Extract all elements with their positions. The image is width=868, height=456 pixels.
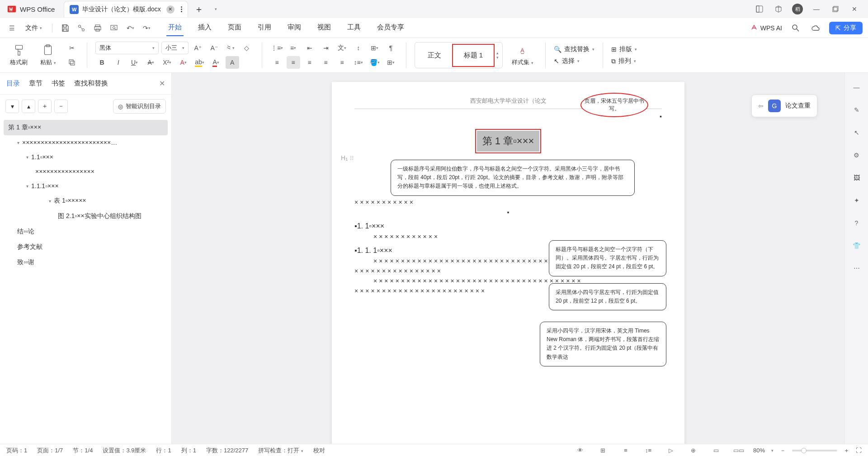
style-heading1[interactable]: 标题 1 [452, 44, 495, 67]
settings-icon[interactable]: ⚙ [849, 147, 865, 163]
tab-tools[interactable]: 工具 [345, 19, 363, 36]
char-shading-icon[interactable]: A [226, 56, 239, 69]
layout-button[interactable]: ⊞ 排版 ▾ [611, 45, 637, 53]
tools-icon[interactable]: ✦ [849, 192, 865, 209]
cut-icon[interactable]: ✂ [65, 42, 79, 54]
redo-icon[interactable]: ↷ ▾ [140, 22, 153, 34]
status-section[interactable]: 节：1/4 [73, 446, 93, 455]
increase-size-icon[interactable]: A⁺ [191, 42, 205, 54]
toc-item[interactable]: 第 1 章▫××× [4, 120, 168, 135]
decrease-indent-icon[interactable]: ⇤ [303, 42, 316, 54]
globe-icon[interactable]: ⊕ [685, 442, 702, 456]
chevron-down-icon[interactable]: ▾ [26, 155, 28, 160]
skin-icon[interactable]: 稻 [792, 4, 803, 14]
tab-dropdown-icon[interactable]: ▾ [209, 2, 223, 16]
status-chars[interactable]: 字数：122/2277 [206, 446, 248, 455]
align-right-icon[interactable]: ≡ [303, 56, 316, 69]
decrease-size-icon[interactable]: A⁻ [208, 42, 221, 54]
eye-icon[interactable]: 👁 [572, 442, 589, 456]
italic-icon[interactable]: I [112, 56, 125, 69]
tab-home[interactable]: 开始 [166, 19, 184, 36]
tab-insert[interactable]: 插入 [196, 19, 213, 36]
format-painter-button[interactable]: 格式刷 [6, 42, 31, 68]
more-icon[interactable]: ⋯ [849, 260, 865, 276]
font-size-select[interactable]: 小三▾ [161, 42, 189, 54]
copy-icon[interactable] [65, 56, 79, 69]
clear-format-icon[interactable]: ◇ [240, 42, 254, 54]
ruler-icon[interactable]: ⊞ [595, 442, 611, 456]
align-justify-icon[interactable]: ≡ [319, 56, 333, 69]
select-button[interactable]: ↖ 选择 ▾ [554, 57, 594, 65]
bold-icon[interactable]: B [95, 56, 109, 69]
toc-item[interactable]: ▾××××××××××××××××××××××××… [4, 135, 168, 150]
toc-item[interactable]: 参考文献 [4, 239, 168, 255]
style-gallery[interactable]: 正文 标题 1 ▴▾ [415, 42, 503, 68]
file-menu[interactable]: 文件 ▾ [22, 22, 46, 34]
border-icon[interactable]: ⊞▾ [384, 56, 398, 69]
multi-page-icon[interactable]: ▭▭ [731, 442, 747, 456]
distribute-icon[interactable]: ≡ [335, 56, 349, 69]
bullet-list-icon[interactable]: ⋮≡▾ [270, 42, 284, 54]
font-color-icon[interactable]: A▾ [209, 56, 223, 69]
shading-icon[interactable]: 🪣▾ [368, 56, 382, 69]
body-text[interactable]: ××××××××××× [354, 199, 662, 206]
remove-item-icon[interactable]: － [54, 100, 68, 113]
arrange-button[interactable]: ⧉ 排列 ▾ [611, 57, 637, 65]
sidebar-tab-section[interactable]: 章节 [29, 77, 42, 90]
body-text[interactable]: ×××××××××××× [354, 233, 662, 240]
tab-page[interactable]: 页面 [226, 19, 243, 36]
paste-button[interactable]: 粘贴 ▾ [37, 42, 60, 68]
status-page-total[interactable]: 页面：1/7 [37, 446, 63, 455]
strikethrough-icon[interactable]: A▾ [144, 56, 158, 69]
new-tab-button[interactable]: ＋ [192, 2, 206, 16]
line-spacing-status-icon[interactable]: ↕≡ [640, 442, 656, 456]
zoom-slider[interactable] [792, 450, 837, 451]
snap-icon[interactable] [754, 4, 765, 14]
share-link-icon[interactable] [75, 22, 88, 34]
document-tab[interactable]: W 毕业设计（论文）模版.docx ✕ [64, 1, 188, 17]
toc-item[interactable]: 结▫▫论 [4, 224, 168, 239]
smart-toc-button[interactable]: ◎ 智能识别目录 [113, 99, 166, 114]
tab-review[interactable]: 审阅 [286, 19, 303, 36]
sidebar-tab-findreplace[interactable]: 查找和替换 [74, 77, 108, 90]
hamburger-icon[interactable]: ☰ [5, 22, 18, 34]
plagiarism-check-panel[interactable]: ⇦ G 论文查重 [751, 95, 817, 117]
text-effect-icon[interactable]: A▾ [177, 56, 190, 69]
close-icon[interactable]: ✕ [849, 4, 860, 14]
cube-icon[interactable] [773, 4, 784, 14]
page-view-icon[interactable]: ▭ [708, 442, 724, 456]
view-print-icon[interactable]: ≡ [618, 442, 634, 456]
toc-item[interactable]: 致▫▫谢 [4, 255, 168, 270]
zoom-out-icon[interactable]: － [780, 446, 786, 455]
chevron-down-icon[interactable]: ▾ [26, 184, 28, 189]
wps-ai-button[interactable]: WPS AI [750, 24, 782, 32]
sort-icon[interactable]: ↕ [352, 42, 365, 54]
play-icon[interactable]: ▷ [663, 442, 679, 456]
edit-icon[interactable]: ✎ [849, 102, 865, 118]
chevron-down-icon[interactable]: ▾ [49, 199, 51, 204]
underline-icon[interactable]: U▾ [128, 56, 142, 69]
status-page-no[interactable]: 页码：1 [6, 446, 27, 455]
help-icon[interactable]: ? [849, 215, 865, 231]
expand-down-icon[interactable]: ▾ [5, 100, 19, 113]
back-icon[interactable]: ⇦ [758, 102, 764, 109]
collapse-up-icon[interactable]: ▴ [22, 100, 35, 113]
toc-item[interactable]: 图 2.1▫××实验中心组织结构图 [4, 209, 168, 224]
superscript-icon[interactable]: X²▾ [160, 56, 174, 69]
outline-icon[interactable]: ⊞▾ [368, 42, 382, 54]
sidebar-close-icon[interactable]: ✕ [159, 79, 165, 88]
zoom-in-icon[interactable]: ＋ [844, 446, 849, 455]
minimize-icon[interactable]: — [811, 4, 822, 14]
increase-indent-icon[interactable]: ⇥ [319, 42, 333, 54]
style-normal[interactable]: 正文 [417, 45, 452, 66]
tab-member[interactable]: 会员专享 [375, 19, 406, 36]
chevron-down-icon[interactable]: ▾ [17, 140, 19, 145]
print-icon[interactable] [91, 22, 104, 34]
tab-menu-icon[interactable] [181, 6, 182, 12]
text-direction-icon[interactable]: 文▾ [335, 42, 349, 54]
document-canvas[interactable]: 西安邮电大学毕业设计（论文 页眉，宋体五号字居中书写。 H₁ ⁝⁝ ▪ 第 1 … [172, 73, 844, 444]
status-proof[interactable]: 校对 [313, 446, 325, 455]
number-list-icon[interactable]: ≡▾ [287, 42, 300, 54]
tab-close-icon[interactable]: ✕ [166, 5, 175, 14]
add-item-icon[interactable]: ＋ [38, 100, 52, 113]
